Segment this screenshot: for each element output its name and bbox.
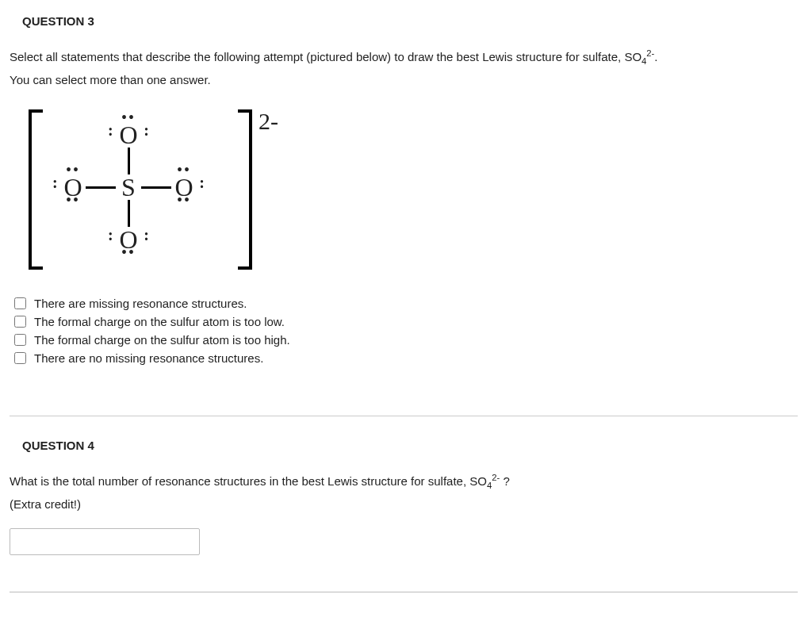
bond-right [141, 174, 171, 200]
q4-formula-sup: 2- [492, 473, 500, 482]
q3-prompt-part2: . [654, 50, 657, 63]
q3-option-2[interactable]: The formal charge on the sulfur atom is … [14, 315, 798, 328]
oxygen-bottom: : O : •• [116, 227, 141, 252]
q3-option-3-label: The formal charge on the sulfur atom is … [34, 333, 290, 347]
lewis-grid: •• : O : •• : O •• S [29, 113, 252, 266]
bracket-left-icon [29, 109, 43, 270]
question-4: QUESTION 4 What is the total number of r… [10, 439, 798, 570]
q3-checkbox-3[interactable] [14, 334, 26, 346]
sulfur-label: S [121, 174, 136, 200]
q3-option-4[interactable]: There are no missing resonance structure… [14, 351, 798, 365]
q4-answer-input[interactable] [10, 528, 200, 555]
q4-prompt-part1: What is the total number of resonance st… [10, 474, 487, 488]
divider-2 [10, 592, 798, 592]
q3-checkbox-2[interactable] [14, 316, 26, 328]
oxygen-top: •• : O : [116, 122, 141, 148]
q3-formula-sup: 2- [646, 48, 654, 58]
q3-prompt-part1: Select all statements that describe the … [10, 50, 642, 63]
q3-option-1-label: There are missing resonance structures. [34, 297, 247, 310]
q4-prompt-part2: ? [500, 474, 510, 488]
question-3-prompt-line2: You can select more than one answer. [10, 71, 798, 90]
q3-option-3[interactable]: The formal charge on the sulfur atom is … [14, 333, 798, 347]
question-3-heading: QUESTION 3 [22, 14, 798, 28]
question-4-heading: QUESTION 4 [22, 439, 798, 452]
question-3-prompt-line1: Select all statements that describe the … [10, 47, 798, 68]
divider-1 [10, 416, 798, 416]
question-4-prompt-line1: What is the total number of resonance st… [10, 471, 798, 493]
bond-left [86, 174, 116, 200]
q3-option-4-label: There are no missing resonance structure… [34, 351, 263, 365]
q3-checkbox-1[interactable] [14, 297, 26, 309]
lewis-bracket-box: •• : O : •• : O •• S [29, 106, 252, 273]
sulfur-center: S [116, 174, 141, 200]
q3-checkbox-4[interactable] [14, 352, 26, 364]
bond-top [116, 148, 141, 174]
q3-option-2-label: The formal charge on the sulfur atom is … [34, 315, 285, 328]
lewis-structure: •• : O : •• : O •• S [29, 106, 798, 273]
question-4-prompt-line2: (Extra credit!) [10, 496, 798, 514]
bond-bottom [116, 200, 141, 227]
q3-options: There are missing resonance structures. … [14, 297, 798, 365]
q3-option-1[interactable]: There are missing resonance structures. [14, 297, 798, 310]
ion-charge: 2- [259, 108, 278, 135]
question-3: QUESTION 3 Select all statements that de… [10, 14, 798, 385]
oxygen-left: •• : O •• [60, 174, 86, 200]
oxygen-right: •• O : •• [171, 174, 197, 200]
bracket-right-icon [238, 109, 252, 270]
